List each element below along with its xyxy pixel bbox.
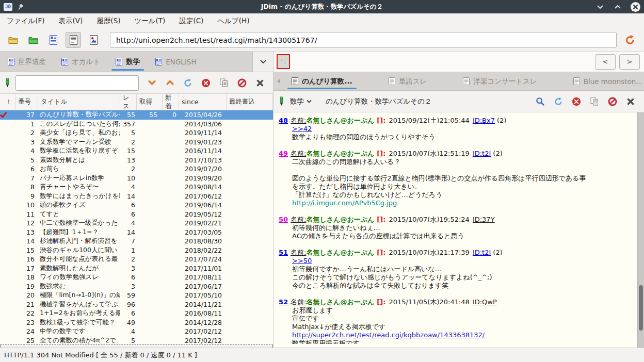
- stop-load-button[interactable]: [197, 75, 215, 91]
- reload-board-button[interactable]: [179, 75, 197, 91]
- board-view-button[interactable]: [45, 32, 61, 48]
- post-number-link[interactable]: 50: [279, 216, 288, 223]
- poster-id-link[interactable]: ID:t2I: [473, 249, 491, 256]
- minimize-button[interactable]: [595, 2, 605, 11]
- column-mark[interactable]: !: [0, 94, 15, 110]
- table-row[interactable]: 1 このスレが目についたら何か 357 2014/03/06: [0, 120, 273, 129]
- column-since[interactable]: since: [179, 94, 227, 110]
- image-link[interactable]: http://i.imgur.com/APvb5Cg.jpg: [292, 199, 397, 207]
- maximize-button[interactable]: [613, 2, 622, 11]
- tab-scroll-left-icon[interactable]: [273, 72, 284, 90]
- column-number[interactable]: 番号: [15, 94, 38, 110]
- table-row[interactable]: 8 青チャートやるぞ〜 4 2019/08/14: [0, 183, 273, 192]
- abort-button[interactable]: [233, 75, 251, 91]
- table-row[interactable]: 24 中学の数学です 4 2017/02/12: [0, 327, 273, 336]
- table-row[interactable]: 23 数検1級って独学で可能？ 49 2014/12/28: [0, 318, 273, 327]
- table-row[interactable]: 18 ワイの数学勉強スレ 6 2017/08/11: [0, 273, 273, 282]
- table-row[interactable]: 14 杉浦解析入門・解析演習を 7 2018/08/30: [0, 237, 273, 246]
- post-header: 48名前:名無しさん@おーぷん[]:2015/09/12(土)21:05:44I…: [279, 117, 632, 125]
- table-row[interactable]: 11 てすと 6 2019/05/12: [0, 210, 273, 219]
- image-tab-thumbnail[interactable]: [277, 54, 290, 69]
- table-row[interactable]: 3 文系数学でマーカン受験 2 2019/01/23: [0, 138, 273, 147]
- table-row[interactable]: 6 お前ら 2 2019/07/20: [0, 164, 273, 174]
- post-number-link[interactable]: 52: [279, 298, 288, 306]
- board-tab-english[interactable]: ENGLISH: [148, 52, 204, 72]
- table-row[interactable]: 5 素因数分解とは 13 2017/10/13: [0, 156, 273, 165]
- table-row[interactable]: 21 機械学習をがんばって学ぶ 96 2014/11/21: [0, 300, 273, 309]
- menu-file[interactable]: ファイル(F): [7, 17, 45, 26]
- column-res[interactable]: レス: [120, 94, 137, 110]
- menu-settings[interactable]: 設定(C): [179, 17, 203, 26]
- reload-thread-button[interactable]: [550, 94, 567, 109]
- board-tab-list-button[interactable]: [252, 52, 273, 72]
- main-toolbar: [0, 29, 644, 52]
- table-row[interactable]: 22 1+1=2をお前らが考える最も 6 2016/08/11: [0, 309, 273, 318]
- close-pane-button[interactable]: [251, 75, 269, 91]
- table-row[interactable]: 25 全ての素数の積が4π^2で 5 2017/02/12: [0, 336, 273, 345]
- thread-tab-tango[interactable]: 単語スレ: [381, 72, 435, 90]
- post-text: ACの傾きを与えたら各点の座標は計算では出来ると思う: [279, 232, 632, 240]
- thread-tab-bluemoonstone[interactable]: Blue moonston...: [566, 72, 644, 90]
- favorites-button[interactable]: [25, 32, 41, 48]
- column-got[interactable]: 取得: [137, 94, 163, 110]
- menu-help[interactable]: ヘルプ(H): [217, 17, 249, 26]
- table-row[interactable]: 17 素数解明したんだが 3 2017/11/01: [0, 264, 273, 273]
- post-number-link[interactable]: 48: [279, 117, 288, 124]
- board-tab-sekaiisan[interactable]: 世界遺産: [0, 52, 54, 72]
- table-row[interactable]: 7 バナー応募スレin数学 10 2019/09/20: [0, 174, 273, 183]
- search-in-thread-button[interactable]: [532, 94, 549, 109]
- close-pane-button[interactable]: [622, 94, 639, 109]
- thread-scrollbar[interactable]: [637, 112, 644, 348]
- id-count: (2): [493, 150, 502, 157]
- copy-button[interactable]: [215, 75, 233, 91]
- menu-history[interactable]: 履歴(S): [96, 17, 120, 26]
- scrollbar-thumb[interactable]: [639, 285, 643, 331]
- board-select-dropdown[interactable]: 数学: [290, 97, 312, 106]
- close-button[interactable]: [631, 2, 640, 12]
- anchor-link[interactable]: >>50: [292, 257, 312, 265]
- table-row[interactable]: 16 微分不可能な点が表れる最 2 2017/07/24: [0, 255, 273, 264]
- search-prev-button[interactable]: [161, 75, 179, 91]
- table-row[interactable]: 10 頭の柔軟クイズ 6 2019/06/14: [0, 201, 273, 210]
- back-button[interactable]: <: [595, 54, 616, 70]
- table-row[interactable]: 20 極限「lim[n→1-0](n)」の結 59 2017/05/10: [0, 291, 273, 300]
- board-tab-math[interactable]: 数学: [108, 52, 148, 72]
- row-title: 渋谷のギャル100人に聞い: [38, 246, 120, 255]
- table-row[interactable]: 12 中二で数検準一級受かった 4 2019/02/21: [0, 219, 273, 228]
- abort-button[interactable]: [604, 94, 621, 109]
- table-row[interactable]: 37 のんびり算数・数学パズルそ 55 55 0 2015/04/26: [0, 110, 273, 120]
- write-pencil-icon[interactable]: [278, 96, 285, 106]
- column-title[interactable]: タイトル: [38, 94, 120, 110]
- thread-tab-nonbiri[interactable]: のんびり算数...: [284, 72, 360, 90]
- forward-button[interactable]: >: [619, 54, 640, 70]
- thread-tab-yogaku[interactable]: 洋楽コンサートスレ: [455, 72, 544, 90]
- thread-search-input[interactable]: [15, 75, 139, 91]
- bbs-list-button[interactable]: [5, 32, 21, 48]
- reload-url-button[interactable]: [621, 32, 639, 48]
- board-tab-occult[interactable]: オカルト: [54, 52, 108, 72]
- write-pencil-icon[interactable]: [4, 78, 11, 88]
- table-row[interactable]: 9 数学にはまったきっかけを教 14 2017/06/12: [0, 192, 273, 201]
- menu-view[interactable]: 表示(V): [59, 17, 83, 26]
- post-number-link[interactable]: 51: [279, 249, 288, 256]
- column-last-write[interactable]: 最終書込: [227, 94, 273, 110]
- menu-tools[interactable]: ツール(T): [134, 17, 165, 26]
- url-input[interactable]: [110, 32, 617, 48]
- table-row[interactable]: 2 美少女「ほら見て、私のおま 5 2019/11/14: [0, 128, 273, 138]
- search-next-button[interactable]: [143, 75, 160, 91]
- image-doc-icon: [90, 35, 98, 45]
- post-number-link[interactable]: 49: [279, 150, 288, 157]
- stop-load-button[interactable]: [568, 94, 585, 109]
- anchor-link[interactable]: >>42: [292, 125, 312, 133]
- table-row[interactable]: 13 【超難問】1＋1=？ 14 2017/03/05: [0, 228, 273, 237]
- image-view-button[interactable]: [86, 32, 101, 48]
- copy-button[interactable]: [586, 94, 603, 109]
- table-row[interactable]: 19 数強求む 3 2017/06/17: [0, 282, 273, 291]
- table-row[interactable]: 15 渋谷のギャル100人に聞い 1 2018/02/22: [0, 246, 273, 255]
- thread-view-button[interactable]: [66, 32, 81, 48]
- url-link[interactable]: http://super2ch.net/test/read.cgi/kqbbzo…: [292, 331, 485, 339]
- poster-id-link[interactable]: ID:t2I: [473, 150, 491, 157]
- poster-id-link[interactable]: ID:Bx7: [473, 117, 495, 124]
- column-new[interactable]: 新着: [163, 94, 179, 110]
- table-row[interactable]: 4 数学板に活気を取り戻すぞ 15 2016/11/14: [0, 146, 273, 156]
